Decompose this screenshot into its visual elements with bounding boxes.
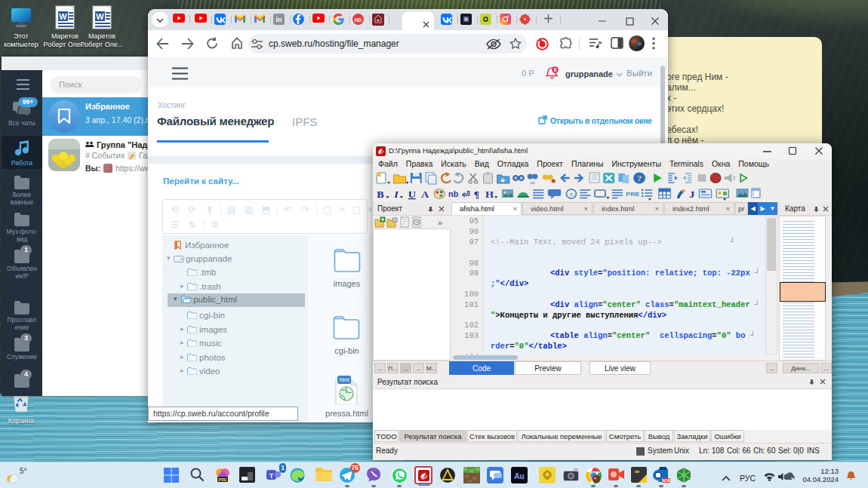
svg-text:¶: ¶	[474, 189, 479, 199]
svg-text:6: 6	[553, 66, 556, 73]
svg-text:»: »	[438, 218, 442, 227]
svg-text:U: U	[408, 189, 416, 200]
svg-text:H: H	[485, 189, 494, 200]
svg-text:c: c	[570, 190, 573, 198]
svg-text:HD: HD	[355, 17, 362, 23]
svg-text:in: in	[276, 16, 282, 23]
svg-text:PRE: PRE	[218, 477, 227, 482]
svg-text:?: ?	[637, 173, 642, 183]
svg-text:T: T	[269, 472, 274, 480]
svg-text:nb: nb	[448, 190, 458, 198]
svg-text:⏎: ⏎	[461, 189, 469, 199]
svg-text:A: A	[421, 189, 429, 200]
svg-text:html: html	[339, 377, 349, 382]
svg-text:PRE: PRE	[626, 190, 639, 198]
svg-text:J: J	[689, 189, 694, 200]
svg-text:W: W	[59, 12, 67, 21]
svg-text:B: B	[377, 189, 383, 200]
svg-text:W: W	[96, 12, 104, 21]
svg-text:NEW: NEW	[662, 479, 670, 483]
svg-text:Au: Au	[514, 472, 524, 480]
svg-text:oc: oc	[530, 180, 535, 185]
svg-text:I: I	[393, 189, 399, 200]
